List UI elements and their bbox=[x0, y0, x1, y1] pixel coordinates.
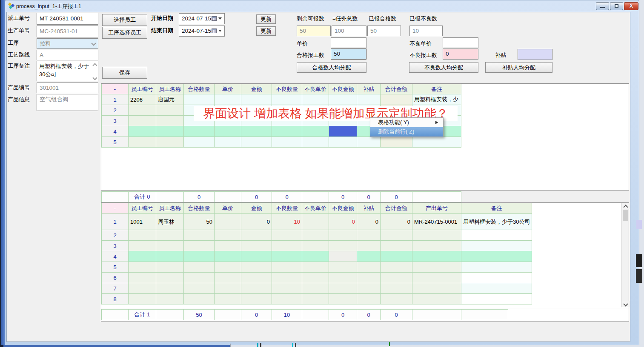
scrollbar-thumb[interactable] bbox=[623, 210, 628, 221]
table-cell[interactable] bbox=[329, 251, 357, 262]
table-cell[interactable] bbox=[241, 241, 272, 251]
table-cell[interactable] bbox=[129, 262, 156, 273]
table-cell[interactable] bbox=[302, 94, 329, 105]
table-cell[interactable] bbox=[302, 283, 329, 294]
row-number-cell[interactable]: 8 bbox=[102, 294, 129, 304]
column-header[interactable]: 不良数量 bbox=[272, 203, 302, 214]
table-cell[interactable]: 周玉林 bbox=[156, 214, 184, 230]
table-cell[interactable] bbox=[329, 262, 357, 273]
distribute-ok-button[interactable]: 合格数人均分配 bbox=[297, 62, 366, 73]
table-cell[interactable]: MR-240715-0001 bbox=[412, 214, 461, 230]
start-date-input[interactable]: 2024-07-15 bbox=[179, 13, 225, 24]
table-cell[interactable] bbox=[461, 283, 532, 294]
table-cell[interactable] bbox=[329, 137, 357, 148]
column-header[interactable]: 员工名称 bbox=[156, 203, 184, 214]
table-cell[interactable] bbox=[357, 94, 381, 105]
row-number-cell[interactable]: 3 bbox=[102, 241, 129, 251]
reported-ok-input[interactable]: 50 bbox=[367, 26, 401, 36]
table-cell[interactable] bbox=[329, 94, 357, 105]
column-header[interactable]: 不良金额 bbox=[329, 203, 357, 214]
route-input[interactable]: A bbox=[37, 50, 98, 60]
table-cell[interactable] bbox=[461, 241, 532, 251]
bad-price-input[interactable] bbox=[443, 37, 478, 48]
table-cell[interactable] bbox=[357, 251, 381, 262]
table-cell[interactable] bbox=[156, 283, 184, 294]
minimize-button[interactable] bbox=[596, 2, 609, 10]
calendar-icon[interactable] bbox=[212, 16, 217, 21]
table-cell[interactable] bbox=[381, 283, 412, 294]
table-cell[interactable] bbox=[329, 283, 357, 294]
row-number-cell[interactable]: 3 bbox=[102, 116, 129, 126]
table-cell[interactable] bbox=[129, 241, 156, 251]
column-header[interactable]: 不良数量 bbox=[272, 84, 302, 94]
bad-report-input[interactable]: 0 bbox=[443, 48, 478, 60]
table-cell[interactable] bbox=[215, 126, 241, 137]
column-header[interactable]: 产出单号 bbox=[412, 203, 461, 214]
dispatch-order-input[interactable]: MT-240531-0001 bbox=[37, 13, 98, 25]
column-header[interactable]: 员工编号 bbox=[129, 84, 156, 94]
product-info-input[interactable]: 空气组合阀 bbox=[37, 94, 98, 111]
select-employee-button[interactable]: 选择员工 bbox=[102, 14, 147, 26]
table-cell[interactable] bbox=[272, 294, 302, 304]
table-cell[interactable] bbox=[272, 94, 302, 105]
column-header[interactable]: - bbox=[102, 84, 129, 94]
table-cell[interactable] bbox=[412, 137, 461, 148]
row-number-cell[interactable]: 1 bbox=[102, 94, 129, 105]
table-cell[interactable] bbox=[272, 230, 302, 241]
process-dropdown[interactable]: 拉料 bbox=[37, 38, 98, 49]
table-cell[interactable] bbox=[381, 241, 412, 251]
reported-bad-input[interactable]: 10 bbox=[409, 26, 443, 36]
table-cell[interactable] bbox=[302, 241, 329, 251]
update-start-button[interactable]: 更新 bbox=[256, 14, 276, 24]
distribute-subsidy-button[interactable]: 补贴人均分配 bbox=[485, 62, 552, 73]
table-cell[interactable] bbox=[215, 262, 241, 273]
selected-cell[interactable] bbox=[329, 126, 357, 137]
table-cell[interactable] bbox=[156, 116, 184, 126]
table-cell[interactable] bbox=[461, 273, 532, 283]
table-cell[interactable] bbox=[129, 105, 156, 116]
table-cell[interactable] bbox=[184, 294, 215, 304]
table-cell[interactable] bbox=[272, 262, 302, 273]
table-cell[interactable] bbox=[129, 137, 156, 148]
table-cell[interactable] bbox=[461, 294, 532, 304]
process-note-textarea[interactable]: 用塑料框安装，少于30公司 bbox=[37, 61, 98, 81]
table-cell[interactable] bbox=[302, 294, 329, 304]
table-cell[interactable] bbox=[184, 230, 215, 241]
column-header[interactable]: 备注 bbox=[461, 203, 532, 214]
table-cell[interactable] bbox=[241, 294, 272, 304]
table-cell[interactable] bbox=[381, 273, 412, 283]
table-cell[interactable] bbox=[272, 273, 302, 283]
column-header[interactable]: 员工编号 bbox=[129, 203, 156, 214]
table-cell[interactable] bbox=[156, 294, 184, 304]
column-header[interactable]: 补贴 bbox=[357, 84, 381, 94]
table-cell[interactable] bbox=[357, 294, 381, 304]
column-header[interactable]: 合格数量 bbox=[184, 84, 215, 94]
table-cell[interactable]: 用塑料框安装，少 bbox=[412, 94, 461, 105]
table-cell[interactable] bbox=[156, 251, 184, 262]
table-cell[interactable] bbox=[412, 262, 461, 273]
table-cell[interactable] bbox=[357, 273, 381, 283]
table-cell[interactable] bbox=[241, 273, 272, 283]
table-cell[interactable] bbox=[461, 262, 532, 273]
table-cell[interactable] bbox=[129, 230, 156, 241]
vertical-scrollbar[interactable] bbox=[621, 203, 629, 307]
table-cell[interactable] bbox=[129, 283, 156, 294]
table-cell[interactable] bbox=[156, 105, 184, 116]
date-dropdown-icon[interactable] bbox=[218, 30, 222, 32]
table-cell[interactable] bbox=[241, 126, 272, 137]
column-header[interactable]: 金额 bbox=[241, 203, 272, 214]
table-cell[interactable] bbox=[302, 273, 329, 283]
table-cell[interactable] bbox=[302, 262, 329, 273]
table-cell[interactable] bbox=[272, 241, 302, 251]
row-number-cell[interactable]: 5 bbox=[102, 262, 129, 273]
table-cell[interactable] bbox=[381, 230, 412, 241]
table-cell[interactable] bbox=[302, 126, 329, 137]
table-cell[interactable] bbox=[302, 251, 329, 262]
scrollbar-up-button[interactable] bbox=[622, 203, 629, 209]
production-order-input[interactable]: MC-240531-01 bbox=[37, 26, 98, 37]
table-cell[interactable] bbox=[215, 273, 241, 283]
column-header[interactable]: 单价 bbox=[215, 84, 241, 94]
table-cell[interactable] bbox=[329, 294, 357, 304]
column-header[interactable]: 合格数量 bbox=[184, 203, 215, 214]
maximize-button[interactable] bbox=[610, 2, 623, 10]
